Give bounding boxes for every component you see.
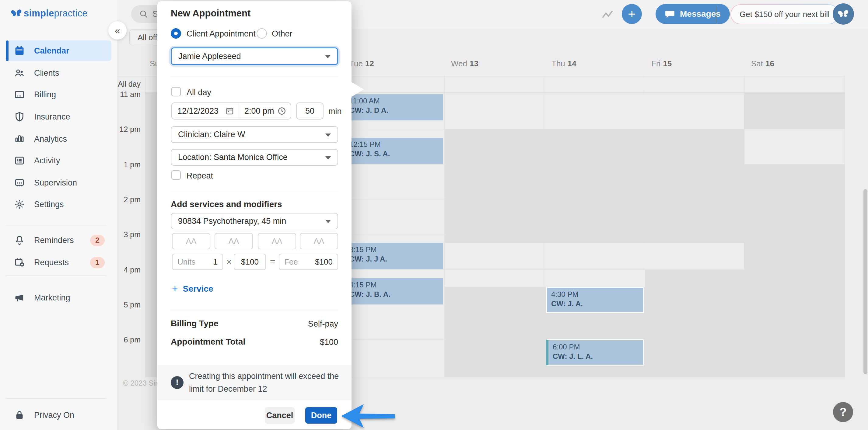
appointment-event[interactable]: 4:30 PMCW: J. A.	[546, 287, 644, 313]
butterfly-logo-icon	[10, 8, 23, 19]
day-header-thu: Thu14	[552, 59, 577, 68]
duration-input[interactable]: 50	[296, 102, 323, 120]
time-label: 5 pm	[117, 300, 141, 309]
sidebar-item-label: Activity	[34, 156, 60, 165]
app-logo[interactable]: simplepractice	[10, 8, 88, 19]
column-line	[844, 75, 845, 377]
date-value: 12/12/2023	[178, 106, 219, 116]
all-day-label[interactable]: All day	[187, 88, 211, 97]
client-select[interactable]: Jamie Appleseed	[171, 47, 338, 65]
column-line	[444, 75, 445, 377]
date-input[interactable]: 12/12/2023	[172, 103, 239, 119]
messages-button[interactable]: Messages	[656, 4, 730, 24]
sidebar-item-reminders[interactable]: Reminders 2	[6, 230, 112, 251]
sidebar-item-billing[interactable]: Billing	[6, 84, 112, 105]
speech-bubble-icon	[665, 9, 675, 19]
column-line	[645, 75, 645, 377]
calendar-picker-icon[interactable]	[225, 106, 234, 115]
vertical-scrollbar[interactable]	[863, 189, 867, 374]
sidebar-item-activity[interactable]: Activity	[6, 150, 112, 171]
clinician-select[interactable]: Clinician: Claire W	[171, 126, 338, 143]
sidebar-item-clients[interactable]: Clients	[6, 63, 112, 83]
time-label: 4 pm	[117, 265, 141, 274]
appointment-event[interactable]: 12:15 PMCW: J. S. A.	[345, 138, 443, 164]
sidebar-item-requests[interactable]: Requests 1	[6, 252, 112, 273]
question-mark-icon: ?	[839, 406, 846, 419]
appointment-event[interactable]: 3:15 PMCW: J. J A.	[345, 243, 443, 269]
butterfly-icon	[837, 8, 849, 20]
privacy-toggle[interactable]: Privacy On	[6, 405, 112, 425]
list-icon	[14, 155, 25, 166]
repeat-label[interactable]: Repeat	[187, 171, 213, 180]
reminders-badge: 2	[90, 235, 105, 246]
sidebar-item-label: Settings	[34, 200, 64, 209]
all-day-checkbox[interactable]	[172, 87, 181, 96]
time-input[interactable]: 2:00 pm	[239, 103, 291, 119]
appointment-event[interactable]: 11:00 AMCW: J. D A.	[345, 94, 443, 121]
sidebar-item-insurance[interactable]: Insurance	[6, 106, 112, 127]
modifier-input-2[interactable]	[215, 233, 253, 250]
clients-icon	[14, 67, 25, 78]
equals-sign: =	[270, 257, 275, 267]
day-header-sat: Sat16	[751, 59, 774, 68]
cancel-button[interactable]: Cancel	[265, 407, 294, 424]
allday-row-label: All day	[117, 80, 141, 89]
time-value: 2:00 pm	[244, 106, 274, 116]
sidebar-item-analytics[interactable]: Analytics	[6, 129, 112, 149]
chevron-down-icon	[326, 156, 331, 160]
shade-wed-1	[444, 129, 545, 243]
active-indicator	[6, 40, 8, 61]
radio-client-appointment[interactable]	[171, 28, 181, 39]
client-select-value: Jamie Appleseed	[178, 52, 241, 61]
modifier-input-3[interactable]	[258, 233, 296, 250]
sidebar-item-label: Supervision	[34, 178, 77, 188]
units-input[interactable]: Units 1	[172, 254, 223, 270]
sidebar-collapse-button[interactable]: «	[108, 21, 127, 39]
app-root: Search + Messages Get $150 off your next…	[0, 0, 868, 430]
appointment-event[interactable]: 4:15 PMCW: J. B. A.	[345, 278, 443, 304]
modal-divider	[171, 309, 338, 310]
fee-input[interactable]: Fee $100	[279, 254, 338, 270]
lock-icon	[14, 409, 25, 421]
sidebar-item-supervision[interactable]: Supervision	[6, 172, 112, 193]
service-select[interactable]: 90834 Psychotherapy, 45 min	[171, 213, 338, 229]
location-select[interactable]: Location: Santa Monica Office	[171, 149, 338, 166]
messages-label: Messages	[680, 9, 721, 19]
megaphone-icon	[14, 292, 25, 303]
shield-icon	[14, 111, 25, 122]
repeat-checkbox[interactable]	[172, 170, 181, 180]
time-label: 11 am	[117, 90, 141, 99]
help-button[interactable]: ?	[833, 402, 853, 422]
shade-fri-1	[645, 129, 744, 243]
requests-badge: 1	[90, 257, 105, 268]
clock-icon[interactable]	[277, 106, 286, 115]
appointment-event[interactable]: 6:00 PMCW: J. L. A.	[546, 339, 644, 366]
day-header-wed: Wed13	[451, 59, 478, 68]
sidebar-item-marketing[interactable]: Marketing	[6, 287, 112, 308]
plus-icon: +	[172, 283, 178, 295]
add-service-button[interactable]: + Service	[172, 283, 213, 295]
modifier-input-4[interactable]	[300, 233, 338, 250]
radio-other[interactable]	[256, 28, 267, 39]
shade-sat-2	[744, 164, 844, 377]
avatar[interactable]	[833, 3, 854, 25]
sidebar-item-calendar[interactable]: Calendar	[6, 40, 112, 61]
modifier-input-1[interactable]	[172, 233, 210, 250]
done-button[interactable]: Done	[305, 407, 337, 424]
time-label: 12 pm	[117, 125, 141, 134]
create-button[interactable]: +	[622, 4, 642, 24]
sidebar-item-settings[interactable]: Settings	[6, 194, 112, 215]
promo-button[interactable]: Get $150 off your next bill	[731, 4, 839, 24]
clinician-select-value: Clinician: Claire W	[178, 130, 245, 139]
billing-type-label: Billing Type	[171, 319, 219, 328]
limit-warning-text: Creating this appointment will exceed th…	[189, 370, 341, 395]
radio-client-label[interactable]: Client Appointment	[187, 29, 256, 39]
shade-wed-2	[444, 287, 545, 377]
rate-input[interactable]: $100	[234, 254, 266, 270]
location-select-value: Location: Santa Monica Office	[178, 153, 288, 162]
column-line	[744, 75, 744, 377]
radio-other-label[interactable]: Other	[272, 29, 292, 39]
service-select-value: 90834 Psychotherapy, 45 min	[178, 217, 286, 226]
chevrons-left-icon: «	[115, 25, 120, 36]
trend-icon[interactable]	[600, 7, 615, 22]
